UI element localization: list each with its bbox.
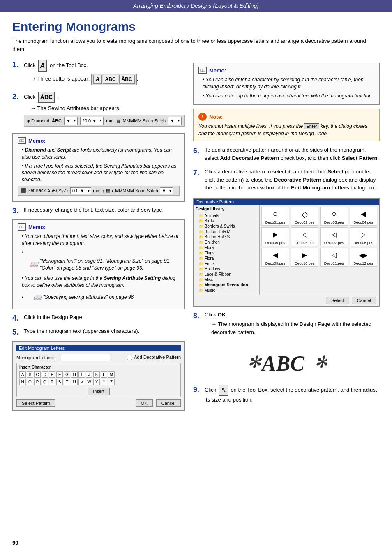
pattern-5[interactable]: ▶ Deco05.pes xyxy=(261,227,289,246)
char-L[interactable]: L xyxy=(101,371,107,378)
decor-select-btn[interactable]: Select xyxy=(326,297,349,304)
memo-1-item-1: Diamond and Script are fonts exclusively… xyxy=(22,147,180,161)
tree-borders[interactable]: Borders & Swirls xyxy=(199,224,258,229)
sewing-bar-2: ⬛ Set Back AaBbYyZz 0.0 ▼ mm ↕ ▦ ▪ MMMMM… xyxy=(18,186,180,196)
char-W[interactable]: W xyxy=(86,379,92,385)
sewing-bar-1: ◈ Diamond ÅBC ▼ 20.0 ▼ mm ▦ MMMMM Satin … xyxy=(24,115,185,127)
char-row-2: N O P Q R S T U V W X Y Z xyxy=(19,379,178,385)
step-7-content: Click a decorative pattern to select it,… xyxy=(205,168,380,194)
step-4-number: 4. xyxy=(12,314,24,323)
pattern-7-label: Deco07.pes xyxy=(324,241,344,245)
memo-2-icon: □□ xyxy=(18,223,26,231)
tree-buttonhole-s[interactable]: Button Hole S xyxy=(199,234,258,240)
tree-buttonhole-m[interactable]: Button Hole M xyxy=(199,229,258,234)
char-Z[interactable]: Z xyxy=(108,379,115,385)
step-3: 3. If necessary, change the font, text s… xyxy=(12,206,185,216)
pattern-11[interactable]: ◁ Deco11.pes xyxy=(320,248,348,267)
char-H[interactable]: H xyxy=(71,371,78,378)
cancel-btn[interactable]: Cancel xyxy=(156,399,181,407)
memo-1-header: □□ Memo: xyxy=(18,137,180,144)
ok-btn[interactable]: OK xyxy=(136,399,153,407)
decor-cancel-btn[interactable]: Cancel xyxy=(352,297,376,304)
char-F[interactable]: F xyxy=(56,371,63,378)
tree-floral[interactable]: Floral xyxy=(199,245,258,250)
char-D[interactable]: D xyxy=(42,371,48,378)
step-2-content: Click ÅBC . → The Sewing Attributes bar … xyxy=(24,92,185,129)
char-R[interactable]: R xyxy=(49,379,55,385)
memo-3-title: Memo: xyxy=(209,67,226,74)
char-O[interactable]: O xyxy=(27,379,33,385)
step-8-content: Click OK. → The monogram is displayed in… xyxy=(205,311,380,339)
pattern-7[interactable]: ◁ Deco07.pes xyxy=(320,227,348,246)
char-U[interactable]: U xyxy=(71,379,78,385)
add-decor-label[interactable]: Add Decorative Pattern xyxy=(127,355,181,360)
pattern-4[interactable]: ◀ Deco04.pes xyxy=(350,207,378,226)
tree-flags[interactable]: Flags xyxy=(199,250,258,256)
char-A[interactable]: A xyxy=(19,371,26,378)
pattern-12[interactable]: ◀▶ Deco12.pes xyxy=(350,248,378,267)
char-P[interactable]: P xyxy=(34,379,41,385)
pattern-1[interactable]: ○ Deco01.pes xyxy=(261,207,289,226)
sewing-icon: ▦ xyxy=(116,118,120,125)
btn-abc2: ÅBC xyxy=(119,75,135,84)
pattern-3[interactable]: ○ Deco03.pes xyxy=(320,207,348,226)
char-K[interactable]: K xyxy=(93,371,100,378)
step-4-text: Click in the Design Page. xyxy=(24,313,185,321)
memo-2-item-1: You can change the font, text size, colo… xyxy=(22,233,180,247)
tree-fruits[interactable]: Fruits xyxy=(199,261,258,266)
char-T[interactable]: T xyxy=(64,379,70,385)
char-S[interactable]: S xyxy=(56,379,63,385)
dialog-monogram-letters-row: Monogram Letters: Add Decorative Pattern xyxy=(16,354,181,361)
note-box: ! Note: You cannot insert multiple lines… xyxy=(193,109,380,141)
add-decor-checkbox[interactable] xyxy=(127,355,132,360)
char-E[interactable]: E xyxy=(49,371,55,378)
sewing-dropdown[interactable]: ▼ xyxy=(64,117,78,125)
tree-animals[interactable]: Animals xyxy=(199,213,258,218)
char-I[interactable]: I xyxy=(78,371,85,378)
char-G[interactable]: G xyxy=(64,371,70,378)
tree-flora[interactable]: Flora xyxy=(199,256,258,261)
enter-key: Enter xyxy=(304,123,319,129)
insert-btn[interactable]: Insert xyxy=(88,388,110,395)
memo-2-item-3: You can also use the settings in the Sew… xyxy=(22,275,180,289)
tree-lace[interactable]: Lace & Ribbon xyxy=(199,272,258,277)
char-X[interactable]: X xyxy=(93,379,100,385)
ref-2-text: "Specifying sewing attributes" on page 9… xyxy=(43,294,135,301)
step-7-number: 7. xyxy=(193,169,205,177)
tree-birds[interactable]: Birds xyxy=(199,218,258,224)
sewing2-font: ⬛ Set Back xyxy=(21,188,46,193)
char-Q[interactable]: Q xyxy=(42,379,48,385)
dialog-monogram-buttons: Select Pattern OK Cancel xyxy=(16,399,181,407)
char-C[interactable]: C xyxy=(34,371,41,378)
pattern-2[interactable]: ◇ Deco02.pes xyxy=(291,207,319,226)
tree-monogram[interactable]: Monogram Decoration xyxy=(199,282,258,288)
three-buttons: A ABC ÅBC xyxy=(91,74,137,85)
tree-music[interactable]: Music xyxy=(199,288,258,293)
monogram-svg: ✻ ABC ✻ xyxy=(245,345,327,378)
step-5: 5. Type the monogram text (uppercase cha… xyxy=(12,327,185,337)
step-2-text: Click xyxy=(24,94,37,100)
pattern-8[interactable]: ▷ Deco08.pes xyxy=(350,227,378,246)
tree-holidays[interactable]: Holidays xyxy=(199,266,258,272)
step-5-number: 5. xyxy=(12,328,24,337)
pattern-2-label: Deco02.pes xyxy=(295,220,314,224)
sewing2-dropdown[interactable]: ▼ xyxy=(160,187,173,194)
char-B[interactable]: B xyxy=(27,371,33,378)
stitch-dropdown[interactable]: ▼ xyxy=(168,117,182,125)
pattern-6-shape: ◁ xyxy=(296,229,313,241)
sewing2-size[interactable]: 0.0 ▼ xyxy=(70,187,91,194)
monogram-letters-input[interactable] xyxy=(61,354,110,361)
char-J[interactable]: J xyxy=(86,371,92,378)
pattern-10[interactable]: ▶ Deco10.pes xyxy=(291,248,319,267)
char-Y[interactable]: Y xyxy=(101,379,107,385)
char-N[interactable]: N xyxy=(19,379,26,385)
char-V[interactable]: V xyxy=(78,379,85,385)
memo-box-3: □□ Memo: You can also enter a character … xyxy=(193,63,380,105)
tree-misc[interactable]: Misc xyxy=(199,277,258,282)
size-dropdown[interactable]: 20.0 ▼ xyxy=(80,117,104,125)
select-pattern-btn[interactable]: Select Pattern xyxy=(16,399,55,407)
char-M[interactable]: M xyxy=(108,371,115,378)
pattern-9[interactable]: ◀ Deco09.pes xyxy=(261,248,289,267)
tree-children[interactable]: Children xyxy=(199,240,258,245)
pattern-6[interactable]: ◁ Deco06.pes xyxy=(291,227,319,246)
